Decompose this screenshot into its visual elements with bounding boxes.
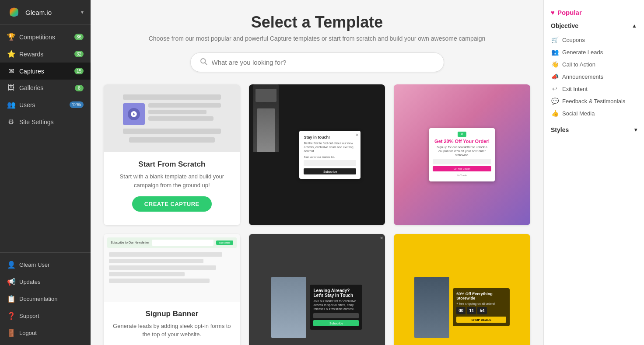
support-icon: ❓ — [7, 312, 15, 320]
exit-close-icon: ✕ — [380, 236, 383, 240]
filter-social-media[interactable]: 👍 Social Media — [551, 107, 637, 119]
search-icon — [200, 57, 207, 67]
template-card-banner: Subscribe to Our Newsletter Subscribe — [104, 234, 240, 345]
exit-preview-image: ✕ Leaving Already? Let's Stay in Touch J… — [249, 234, 385, 345]
logout-icon: 🚪 — [7, 329, 15, 337]
leads-filter-icon: 👥 — [551, 49, 559, 56]
docs-icon: 📋 — [7, 295, 15, 303]
sidebar-item-galleries[interactable]: 🖼 Galleries 8 — [0, 80, 91, 96]
filter-generate-leads[interactable]: 👥 Generate Leads — [551, 46, 637, 58]
coupons-filter-label: Coupons — [562, 37, 585, 43]
filter-call-to-action[interactable]: 👋 Call to Action — [551, 58, 637, 70]
cta-filter-label: Call to Action — [562, 61, 595, 68]
feedback-filter-label: Feedback & Testimonials — [562, 98, 625, 105]
styles-label: Styles — [551, 126, 569, 133]
email-preview-image: ✕ Stay in touch! Be the first to find ou… — [249, 84, 385, 225]
sidebar-item-users[interactable]: 👥 Users 126k — [0, 96, 91, 113]
scratch-preview-image — [104, 84, 240, 152]
exit-filter-label: Exit Intent — [562, 86, 588, 92]
updates-label: Updates — [19, 279, 84, 285]
social-filter-label: Social Media — [562, 110, 595, 117]
sidebar-item-documentation[interactable]: 📋 Documentation — [0, 290, 91, 307]
sidebar-item-updates[interactable]: 📢 Updates — [0, 273, 91, 290]
sidebar-brand-header[interactable]: Gleam.io ▾ — [0, 0, 91, 25]
popular-header: ♥ Popular — [551, 9, 637, 16]
support-label: Support — [19, 313, 84, 319]
sidebar-item-captures[interactable]: ✉ Captures 15 — [0, 63, 91, 80]
template-card-coupon: K Get 20% Off Your Order! Sign up for ou… — [394, 84, 530, 225]
banner-preview-image: Subscribe to Our Newsletter Subscribe — [104, 234, 240, 302]
exit-person-image — [271, 277, 306, 338]
right-sidebar: ♥ Popular Objective ▲ 🛒 Coupons 👥 Genera… — [543, 0, 644, 345]
gleam-logo — [7, 5, 21, 19]
banner-desc: Generate leads by adding sleek opt-in fo… — [112, 322, 231, 339]
announcements-filter-label: Announcements — [562, 73, 603, 80]
sidebar-item-gleam-user[interactable]: 👤 Gleam User — [0, 256, 91, 273]
site-settings-icon: ⚙ — [7, 118, 15, 126]
page-subtitle: Choose from our most popular and powerfu… — [104, 35, 530, 42]
brand-chevron: ▾ — [81, 9, 84, 15]
template-card-limited: 60% Off Everything Storewide + free ship… — [394, 234, 530, 345]
main-nav: 🏆 Competitions 86 ⭐ Rewards 32 ✉ Capture… — [0, 25, 91, 252]
filter-exit-intent[interactable]: ↩ Exit Intent — [551, 83, 637, 95]
banner-card-body: Signup Banner Generate leads by adding s… — [104, 302, 240, 345]
filter-coupons[interactable]: 🛒 Coupons — [551, 34, 637, 46]
styles-heading[interactable]: Styles ▾ — [551, 126, 637, 133]
heart-icon: ♥ — [551, 9, 555, 16]
main-content: Select a Template Choose from our most p… — [91, 0, 543, 345]
search-input[interactable] — [212, 59, 435, 66]
leads-filter-label: Generate Leads — [562, 49, 603, 56]
sidebar-item-site-settings[interactable]: ⚙ Site Settings — [0, 113, 91, 130]
exit-filter-icon: ↩ — [551, 85, 559, 92]
content-area: Select a Template Choose from our most p… — [91, 0, 543, 345]
logout-label: Logout — [19, 330, 84, 336]
scratch-desc: Start with a blank template and build yo… — [112, 172, 231, 189]
rewards-label: Rewards — [19, 51, 74, 58]
user-label: Gleam User — [19, 261, 84, 268]
sidebar-item-support[interactable]: ❓ Support — [0, 307, 91, 324]
template-card-email: ✕ Stay in touch! Be the first to find ou… — [249, 84, 385, 225]
site-settings-label: Site Settings — [19, 118, 84, 125]
galleries-label: Galleries — [19, 84, 75, 91]
social-filter-icon: 👍 — [551, 110, 559, 117]
template-grid: Start From Scratch Start with a blank te… — [104, 84, 530, 345]
captures-badge: 15 — [74, 68, 84, 74]
competitions-icon: 🏆 — [7, 33, 15, 41]
template-card-exit: ✕ Leaving Already? Let's Stay in Touch J… — [249, 234, 385, 345]
docs-label: Documentation — [19, 296, 84, 302]
competitions-label: Competitions — [19, 34, 74, 41]
feedback-filter-icon: 💬 — [551, 98, 559, 105]
filter-announcements[interactable]: 📣 Announcements — [551, 70, 637, 83]
filter-feedback[interactable]: 💬 Feedback & Testimonials — [551, 95, 637, 107]
sidebar-item-rewards[interactable]: ⭐ Rewards 32 — [0, 45, 91, 63]
brand-name: Gleam.io — [25, 9, 81, 16]
competitions-badge: 86 — [74, 34, 84, 40]
scratch-actions: CREATE CAPTURE — [112, 196, 231, 212]
svg-line-2 — [205, 63, 206, 64]
galleries-icon: 🖼 — [7, 84, 15, 92]
objective-section: Objective ▲ 🛒 Coupons 👥 Generate Leads 👋… — [551, 22, 637, 119]
limited-preview-image: 60% Off Everything Storewide + free ship… — [394, 234, 530, 345]
updates-icon: 📢 — [7, 278, 15, 286]
objective-chevron-icon: ▲ — [632, 23, 637, 29]
page-title: Select a Template — [104, 13, 530, 31]
rewards-icon: ⭐ — [7, 50, 15, 58]
objective-label: Objective — [551, 22, 578, 29]
sidebar-item-competitions[interactable]: 🏆 Competitions 86 — [0, 28, 91, 45]
popular-label: Popular — [557, 9, 582, 16]
users-icon: 👥 — [7, 101, 15, 109]
popup-close-icon: ✕ — [355, 132, 359, 137]
create-capture-button[interactable]: CREATE CAPTURE — [132, 196, 212, 212]
banner-title: Signup Banner — [112, 310, 231, 318]
page-header: Select a Template Choose from our most p… — [104, 13, 530, 42]
search-bar[interactable] — [190, 52, 444, 72]
sidebar-bottom: 👤 Gleam User 📢 Updates 📋 Documentation ❓… — [0, 252, 91, 345]
objective-heading[interactable]: Objective ▲ — [551, 22, 637, 29]
coupon-preview-image: K Get 20% Off Your Order! Sign up for ou… — [394, 84, 530, 225]
sidebar: Gleam.io ▾ 🏆 Competitions 86 ⭐ Rewards 3… — [0, 0, 91, 345]
limited-person-image — [414, 277, 449, 338]
rewards-badge: 32 — [74, 51, 84, 57]
sidebar-item-logout[interactable]: 🚪 Logout — [0, 324, 91, 342]
scratch-title: Start From Scratch — [112, 160, 231, 169]
captures-label: Captures — [19, 68, 74, 75]
